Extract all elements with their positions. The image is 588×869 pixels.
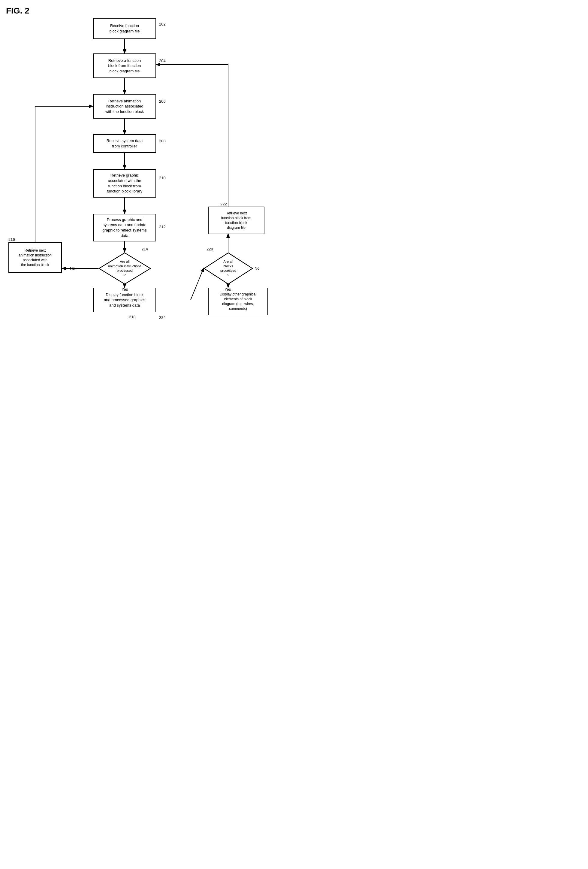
ref-212: 212 xyxy=(159,225,166,229)
box-224: Display other graphical elements of bloc… xyxy=(208,288,268,315)
svg-marker-1 xyxy=(204,253,252,284)
box-222: Retrieve next function block from functi… xyxy=(208,206,264,234)
ref-224: 224 xyxy=(159,315,166,320)
ref-206: 206 xyxy=(159,99,166,104)
box-206: Retrieve animation instruction associate… xyxy=(93,94,156,119)
label-no-220: No xyxy=(255,266,260,271)
box-204: Retrieve a function block from function … xyxy=(93,53,156,78)
ref-202: 202 xyxy=(159,22,166,27)
box-202: Receive function block diagram file xyxy=(93,18,156,39)
ref-220: 220 xyxy=(206,247,213,251)
diamond-220: Are allblocksprocessed? 220 xyxy=(203,252,253,285)
ref-216: 216 xyxy=(8,237,15,242)
box-208: Receive system data from controller xyxy=(93,134,156,153)
label-no-214: No xyxy=(70,266,75,271)
ref-210: 210 xyxy=(159,176,166,180)
arrows-svg xyxy=(0,0,294,336)
box-210: Retrieve graphic associated with the fun… xyxy=(93,169,156,197)
ref-204: 204 xyxy=(159,59,166,63)
label-yes-214: Yes xyxy=(121,287,128,292)
box-212: Process graphic and systems data and upd… xyxy=(93,214,156,242)
ref-214: 214 xyxy=(141,247,148,251)
diamond-214: Are allanimation instructionsprocessed? … xyxy=(98,252,151,285)
box-216: Retrieve next animation instruction asso… xyxy=(8,242,62,273)
svg-marker-0 xyxy=(99,253,150,284)
ref-208: 208 xyxy=(159,139,166,143)
figure-label: FIG. 2 xyxy=(6,6,30,16)
ref-222: 222 xyxy=(220,202,227,206)
ref-218: 218 xyxy=(129,315,136,319)
page: FIG. 2 Receive function block diagram fi… xyxy=(0,0,294,434)
label-yes-220: Yes xyxy=(225,287,231,292)
